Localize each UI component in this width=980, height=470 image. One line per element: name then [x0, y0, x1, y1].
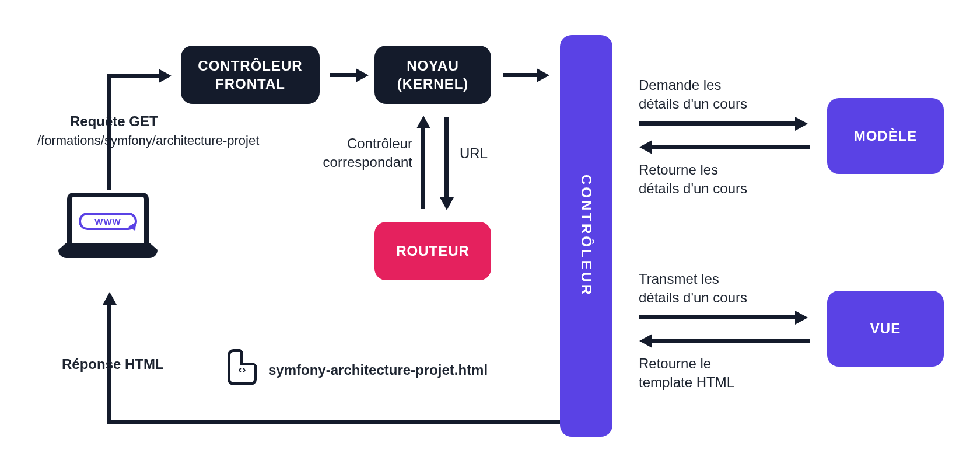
controller-box: CONTRÔLEUR [560, 35, 612, 437]
view-top-2: détails d'un cours [639, 288, 747, 307]
model-top-1: Demande les [639, 76, 721, 95]
front-controller-box: CONTRÔLEURFRONTAL [181, 46, 320, 104]
kernel-router-down [444, 117, 449, 199]
ctrl-model-right-head [795, 117, 808, 131]
model-bottom-1: Retourne les [639, 161, 718, 179]
response-title: Réponse HTML [62, 355, 164, 374]
model-bottom-2: détails d'un cours [639, 179, 747, 198]
fc-kernel-head [356, 68, 369, 82]
ctrl-view-right-head [795, 311, 808, 325]
model-ctrl-left [652, 145, 810, 149]
kernel-router-right: URL [460, 144, 488, 163]
response-head [103, 292, 117, 305]
model-ctrl-left-head [639, 140, 652, 154]
kernel-ctrl-head [537, 68, 550, 82]
laptop-icon: WWW [58, 193, 158, 274]
router-kernel-up [421, 127, 425, 209]
view-ctrl-left [652, 339, 810, 343]
request-arrow-head [159, 69, 172, 83]
view-top-1: Transmet les [639, 270, 719, 288]
request-arrow-h [107, 74, 160, 78]
view-bottom-2: template HTML [639, 373, 734, 392]
request-arrow-v [107, 74, 111, 190]
router-kernel-up-head [416, 116, 430, 128]
file-name: symfony-architecture-projet.html [268, 361, 488, 380]
kernel-router-left-1: Contrôleur [325, 134, 412, 153]
ctrl-model-right [639, 121, 796, 126]
response-h [107, 420, 560, 424]
ctrl-view-right [639, 315, 796, 319]
kernel-box: NOYAU(KERNEL) [374, 46, 491, 104]
model-box: MODÈLE [827, 98, 944, 174]
router-box: ROUTEUR [374, 222, 491, 280]
kernel-router-down-head [440, 197, 454, 210]
view-bottom-1: Retourne le [639, 354, 711, 373]
request-title: Requête GET [70, 112, 158, 131]
kernel-router-left-2: correspondant [313, 153, 412, 172]
model-top-2: détails d'un cours [639, 95, 747, 113]
kernel-ctrl-arrow [503, 73, 538, 77]
file-icon: ‹› [228, 349, 257, 385]
request-path: /formations/symfony/architecture-projet [37, 132, 259, 149]
view-ctrl-left-head [639, 334, 652, 348]
view-box: VUE [827, 291, 944, 367]
fc-kernel-arrow [330, 73, 357, 77]
